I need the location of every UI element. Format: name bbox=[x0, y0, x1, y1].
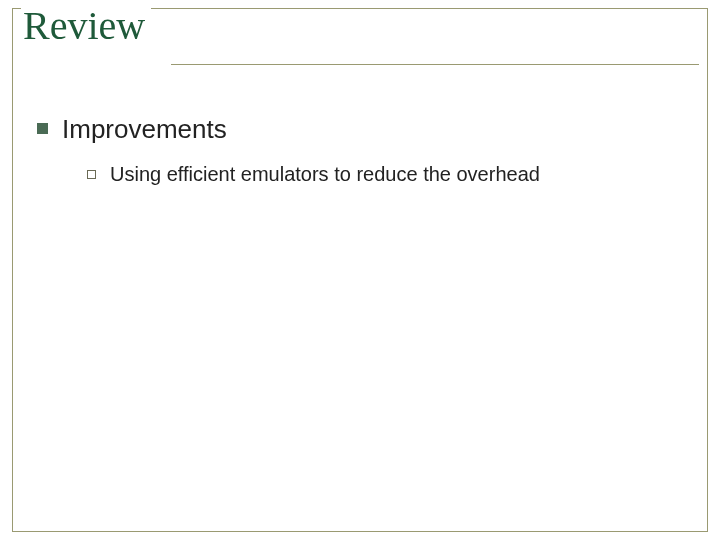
square-bullet-icon bbox=[37, 123, 48, 134]
list-item: Improvements bbox=[37, 114, 677, 145]
slide-content: Improvements Using efficient emulators t… bbox=[37, 114, 677, 186]
list-item: Using efficient emulators to reduce the … bbox=[87, 163, 677, 186]
list-item-label: Improvements bbox=[62, 114, 227, 145]
list-item-label: Using efficient emulators to reduce the … bbox=[110, 163, 540, 186]
slide-frame: Review Improvements Using efficient emul… bbox=[12, 8, 708, 532]
slide-title: Review bbox=[23, 5, 145, 47]
title-underline-mask bbox=[23, 59, 171, 69]
hollow-square-bullet-icon bbox=[87, 170, 96, 179]
title-region: Review bbox=[21, 5, 151, 47]
